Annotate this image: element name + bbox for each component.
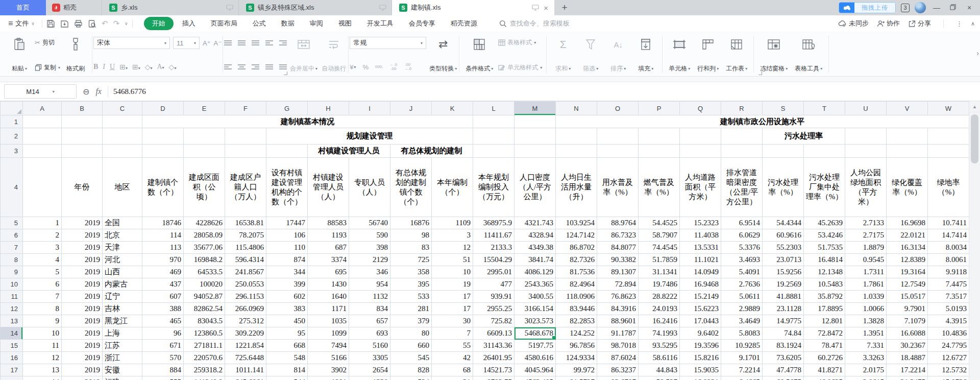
cell-P8[interactable]: 51.7859 [639, 254, 680, 266]
cell-E18[interactable]: 141240.9 [184, 376, 225, 380]
collaborate-button[interactable]: 协作 [877, 19, 900, 28]
cell-H6[interactable]: 1193 [308, 229, 349, 242]
cell-U9[interactable]: 1.7311 [845, 266, 887, 278]
ribbon-tab-6[interactable]: 视图 [332, 17, 358, 30]
cell-O6[interactable]: 86.7323 [597, 229, 639, 242]
cell-G18[interactable]: 544 [266, 376, 308, 380]
header-cell-N4[interactable]: 人均日生活用水量（升） [556, 158, 597, 217]
cell-W17[interactable]: 12.5732 [928, 364, 969, 376]
formula-input[interactable]: 5468.6776 [108, 87, 146, 96]
cell-M15[interactable]: 5197.75 [514, 340, 556, 352]
col-header-T[interactable]: T [804, 102, 845, 115]
cell-V11[interactable]: 15.0517 [887, 291, 928, 303]
cell-D3[interactable] [142, 145, 184, 158]
cell-A6[interactable]: 2 [23, 229, 62, 242]
cell-L11[interactable]: 939.91 [473, 291, 514, 303]
cell-W10[interactable]: 7.4475 [928, 278, 969, 291]
row-header-5[interactable]: 5 [1, 217, 23, 229]
font-size-select[interactable]: 11 ▾ [173, 37, 200, 49]
cell-H18[interactable]: 1981 [308, 376, 349, 380]
cell-Q17[interactable]: 15.9035 [680, 364, 721, 376]
cell-J15[interactable]: 660 [390, 340, 432, 352]
col-header-O[interactable]: O [597, 102, 639, 115]
cell-style-button[interactable]: 单元格样式 ▾ [498, 62, 542, 73]
cell-D5[interactable]: 18746 [142, 217, 184, 229]
col-header-I[interactable]: I [349, 102, 390, 115]
row-header-16[interactable]: 16 [1, 352, 23, 364]
cell-D8[interactable]: 970 [142, 254, 184, 266]
cell-I8[interactable]: 2129 [349, 254, 390, 266]
align-center-icon[interactable] [238, 64, 246, 69]
cell-O2[interactable] [597, 128, 639, 145]
cell-I17[interactable]: 2654 [349, 364, 390, 376]
cell-I11[interactable]: 1132 [349, 291, 390, 303]
cell-F14[interactable]: 309.2209 [225, 327, 266, 340]
cell-T10[interactable]: 10.5483 [804, 278, 845, 291]
col-header-S[interactable]: S [763, 102, 804, 115]
cell-B8[interactable]: 2019 [62, 254, 103, 266]
col-header-M[interactable]: M [514, 102, 556, 115]
cell-C12[interactable]: 吉林 [103, 303, 142, 315]
filter-button[interactable]: 筛选▾ [578, 35, 603, 74]
cell-D18[interactable]: 555 [142, 376, 184, 380]
cell-G15[interactable]: 668 [266, 340, 308, 352]
cell-G17[interactable]: 814 [266, 364, 308, 376]
row-header-13[interactable]: 13 [1, 315, 23, 327]
cell-P5[interactable]: 54.4525 [639, 217, 680, 229]
window-switch-badge[interactable]: 3 [901, 4, 910, 12]
cell-T9[interactable]: 12.1348 [804, 266, 845, 278]
eraser-icon[interactable]: ◇▾ [169, 63, 177, 72]
cell-P11[interactable]: 28.8222 [639, 291, 680, 303]
cell-N11[interactable]: 118.0906 [556, 291, 597, 303]
cell-J9[interactable]: 358 [390, 266, 432, 278]
col-header-C[interactable]: C [103, 102, 142, 115]
cell-A14[interactable]: 10 [23, 327, 62, 340]
underline-icon[interactable]: U [110, 63, 115, 71]
row-header-8[interactable]: 8 [1, 254, 23, 266]
cell-M12[interactable]: 3166.154 [514, 303, 556, 315]
cell-B11[interactable]: 2019 [62, 291, 103, 303]
cell-A8[interactable]: 4 [23, 254, 62, 266]
cell-F12[interactable]: 266.0969 [225, 303, 266, 315]
cell-R3[interactable] [721, 145, 763, 158]
cell-O14[interactable]: 91.1787 [597, 327, 639, 340]
header-cell-O4[interactable]: 用水普及率（%） [597, 158, 639, 217]
cell-G14[interactable]: 95 [266, 327, 308, 340]
cell-F7[interactable]: 115.4806 [225, 242, 266, 254]
header-cell-K4[interactable]: 本年编制（个） [432, 158, 473, 217]
cell-K11[interactable]: 17 [432, 291, 473, 303]
cell-D11[interactable]: 607 [142, 291, 184, 303]
cell-C15[interactable]: 江苏 [103, 340, 142, 352]
cell-J13[interactable]: 379 [390, 315, 432, 327]
cell-C17[interactable]: 安徽 [103, 364, 142, 376]
cell-G16[interactable]: 548 [266, 352, 308, 364]
cell-I15[interactable]: 5160 [349, 340, 390, 352]
currency-icon[interactable]: ¥▾ [350, 63, 356, 71]
cell-K12[interactable]: 17 [432, 303, 473, 315]
select-all-corner[interactable] [1, 102, 23, 115]
cell-Q15[interactable]: 19.3596 [680, 340, 721, 352]
redo-icon[interactable]: ↷ [113, 19, 120, 28]
ribbon-tab-1[interactable]: 插入 [176, 17, 202, 30]
header-cell-T4[interactable]: 污水处理厂集中处理率（%） [804, 158, 845, 217]
row-header-3[interactable]: 3 [1, 145, 23, 158]
cell-I5[interactable]: 56740 [349, 217, 390, 229]
cell-L18[interactable]: 8792.75 [473, 376, 514, 380]
row-header-15[interactable]: 15 [1, 340, 23, 352]
cell-H13[interactable]: 1035 [308, 315, 349, 327]
cell-E10[interactable]: 100020 [184, 278, 225, 291]
cell-L1[interactable] [473, 115, 514, 128]
cell-L5[interactable]: 368975.9 [473, 217, 514, 229]
align-top-icon[interactable] [224, 40, 232, 45]
undo-icon[interactable]: ↶ [102, 19, 108, 28]
header-cell-U4[interactable]: 人均公园绿地面积（平方米） [845, 158, 887, 217]
cell-N7[interactable]: 86.8702 [556, 242, 597, 254]
cell-U15[interactable]: 7.331 [845, 340, 887, 352]
cell-O8[interactable]: 90.3382 [597, 254, 639, 266]
minimize-button[interactable]: — [931, 4, 942, 12]
ribbon-tab-0[interactable]: 开始 [144, 17, 174, 30]
scroll-up-icon[interactable]: ▲ [969, 101, 980, 112]
cell-F2[interactable] [225, 128, 266, 145]
cell-G9[interactable]: 344 [266, 266, 308, 278]
cell-T3[interactable] [804, 145, 845, 158]
